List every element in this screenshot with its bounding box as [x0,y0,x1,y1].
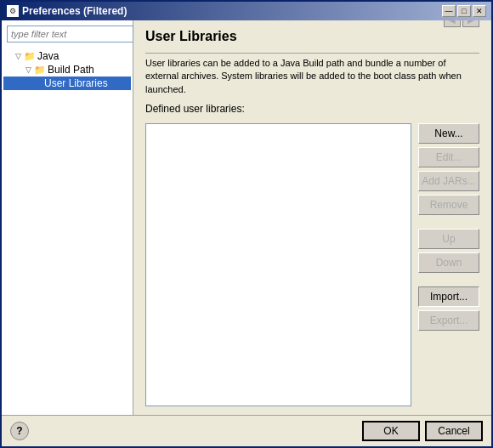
tree-item-java[interactable]: ▽ 📁 Java [3,49,131,63]
btn-spacer-1 [418,218,479,225]
content-area: New... Edit... Add JARs... Remove Up Dow… [145,123,479,406]
java-folder-icon: 📁 [24,51,36,62]
btn-spacer-2 [418,276,479,283]
export-button[interactable]: Export... [418,310,479,331]
nav-arrows: ◀ ▶ [444,20,479,27]
tree-item-build-path[interactable]: ▽ 📁 Build Path [3,63,131,77]
tree-item-build-path-label: Build Path [48,64,94,76]
minimize-button[interactable]: — [442,5,456,17]
buttons-column: New... Edit... Add JARs... Remove Up Dow… [418,123,479,406]
panel-header: User Libraries ◀ ▶ User libraries can be… [145,29,479,118]
forward-button[interactable]: ▶ [462,20,479,27]
close-button[interactable]: ✕ [473,5,486,17]
filter-input[interactable] [7,26,133,43]
cancel-button[interactable]: Cancel [425,421,483,441]
back-button[interactable]: ◀ [444,20,461,27]
bottom-right-buttons: OK Cancel [362,421,483,441]
add-jars-button[interactable]: Add JARs... [418,171,479,191]
new-button[interactable]: New... [418,123,479,144]
main-area: ⚙ ▽ 📁 Java ▽ 📁 Build Path U [2,20,491,415]
description-text: User libraries can be added to a Java Bu… [145,57,479,96]
maximize-button[interactable]: □ [457,5,471,17]
tree-area: ▽ 📁 Java ▽ 📁 Build Path User Libraries [3,48,131,411]
panel-title: User Libraries [145,29,237,44]
up-button[interactable]: Up [418,229,479,249]
window-icon: ⚙ [7,5,19,17]
title-bar: ⚙ Preferences (Filtered) — □ ✕ [2,2,491,20]
bottom-bar: ? OK Cancel [2,415,491,446]
defined-label: Defined user libraries: [145,103,479,115]
filter-row: ⚙ [3,24,131,44]
build-path-folder-icon: 📁 [34,65,46,76]
remove-button[interactable]: Remove [418,195,479,215]
header-separator [145,53,479,54]
preferences-window: ⚙ Preferences (Filtered) — □ ✕ ⚙ ▽ 📁 J [0,0,493,448]
expand-build-path-icon: ▽ [24,65,32,74]
tree-item-java-label: Java [37,50,59,62]
window-title: Preferences (Filtered) [22,5,127,17]
right-panel: User Libraries ◀ ▶ User libraries can be… [133,20,491,415]
edit-button[interactable]: Edit... [418,147,479,167]
import-button[interactable]: Import... [418,286,479,307]
title-buttons: — □ ✕ [442,5,486,17]
help-button[interactable]: ? [10,422,29,440]
title-bar-left: ⚙ Preferences (Filtered) [7,5,127,17]
tree-item-user-libraries-label: User Libraries [44,77,108,89]
ok-button[interactable]: OK [362,421,420,441]
libraries-list[interactable] [145,123,411,406]
expand-java-icon: ▽ [14,52,22,60]
tree-item-user-libraries[interactable]: User Libraries [3,77,131,90]
window-body: ⚙ ▽ 📁 Java ▽ 📁 Build Path U [2,20,491,446]
down-button[interactable]: Down [418,252,479,273]
left-panel: ⚙ ▽ 📁 Java ▽ 📁 Build Path U [2,20,133,415]
